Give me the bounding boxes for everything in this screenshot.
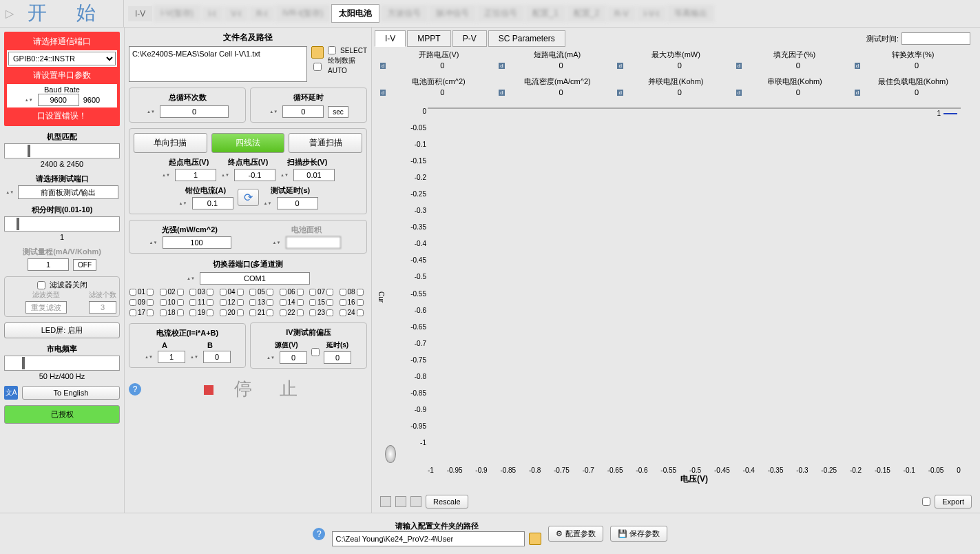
top-tab[interactable]: 配置_1: [525, 5, 565, 22]
channel-checkbox-2[interactable]: [357, 309, 364, 316]
comm-port-select[interactable]: GPIB0::24::INSTR: [8, 52, 116, 65]
mains-slider[interactable]: [4, 356, 120, 371]
channel-checkbox[interactable]: [280, 299, 286, 306]
clamp-i-input[interactable]: [192, 197, 233, 209]
channel-checkbox[interactable]: [220, 289, 227, 296]
channel-checkbox[interactable]: [249, 309, 256, 316]
channel-checkbox[interactable]: [249, 289, 256, 296]
spinner-icon[interactable]: ▲▼: [6, 186, 14, 198]
refresh-button[interactable]: ⟳: [238, 189, 259, 206]
channel-checkbox[interactable]: [160, 299, 167, 306]
channel-checkbox[interactable]: [249, 299, 256, 306]
spinner-icon[interactable]: ▲▼: [189, 351, 199, 363]
spinner-icon[interactable]: ▲▼: [146, 105, 156, 118]
baud-input[interactable]: [38, 94, 79, 106]
channel-checkbox[interactable]: [189, 289, 196, 296]
info-icon[interactable]: ?: [313, 528, 325, 540]
test-time-input[interactable]: [901, 32, 970, 45]
end-v-input[interactable]: [234, 169, 275, 181]
channel-checkbox[interactable]: [340, 299, 346, 306]
scan-single-button[interactable]: 单向扫描: [134, 133, 207, 153]
filter-count-input[interactable]: [89, 301, 116, 314]
channel-checkbox-2[interactable]: [326, 299, 333, 306]
channel-checkbox[interactable]: [340, 309, 346, 316]
filter-off-checkbox[interactable]: [37, 281, 45, 289]
spinner-icon[interactable]: ▲▼: [280, 169, 289, 181]
sub-tab[interactable]: I-V: [375, 30, 406, 47]
channel-checkbox-2[interactable]: [147, 289, 154, 296]
channel-checkbox[interactable]: [220, 299, 227, 306]
corr-a-input[interactable]: [158, 351, 185, 363]
channel-checkbox-2[interactable]: [267, 289, 273, 296]
top-tab[interactable]: I-t: [202, 6, 223, 21]
channel-checkbox[interactable]: [129, 309, 136, 316]
config-params-button[interactable]: ⚙ 配置参数: [548, 526, 603, 542]
channel-checkbox-2[interactable]: [147, 309, 154, 316]
channel-checkbox-2[interactable]: [207, 309, 213, 316]
bias-src-input[interactable]: [280, 351, 307, 364]
filter-type-input[interactable]: [25, 301, 67, 314]
export-button[interactable]: Export: [935, 495, 972, 509]
start-v-input[interactable]: [175, 169, 216, 181]
channel-checkbox-2[interactable]: [207, 289, 213, 296]
step-input[interactable]: [293, 169, 335, 181]
top-tab[interactable]: 方波信号: [381, 5, 428, 22]
bias-checkbox[interactable]: [311, 348, 320, 356]
total-loop-input[interactable]: [160, 105, 229, 118]
top-tab[interactable]: R-V: [607, 6, 636, 21]
model-slider[interactable]: [4, 143, 120, 158]
cursor-knob[interactable]: [385, 445, 396, 463]
channel-checkbox[interactable]: [160, 289, 167, 296]
channel-checkbox[interactable]: [309, 309, 316, 316]
corr-b-input[interactable]: [203, 351, 231, 363]
channel-checkbox-2[interactable]: [326, 309, 333, 316]
start-button[interactable]: 开 始: [0, 0, 124, 28]
intensity-input[interactable]: [163, 236, 231, 249]
test-port-select[interactable]: [18, 185, 118, 199]
channel-checkbox[interactable]: [189, 299, 196, 306]
top-tab[interactable]: 等高输出: [667, 5, 714, 22]
chart-tool-zoom-icon[interactable]: [395, 496, 406, 507]
info-icon[interactable]: ?: [129, 383, 141, 396]
channel-checkbox-2[interactable]: [177, 299, 184, 306]
channel-checkbox-2[interactable]: [297, 299, 304, 306]
spinner-icon[interactable]: ▲▼: [266, 351, 275, 364]
channel-checkbox[interactable]: [220, 309, 227, 316]
channel-checkbox[interactable]: [280, 289, 286, 296]
channel-checkbox[interactable]: [309, 289, 316, 296]
channel-checkbox[interactable]: [129, 299, 136, 306]
top-tab[interactable]: 配置_2: [567, 5, 606, 22]
channel-checkbox-2[interactable]: [237, 289, 244, 296]
loop-delay-input[interactable]: [282, 105, 324, 118]
auth-button[interactable]: 已授权: [4, 405, 120, 424]
channel-checkbox-2[interactable]: [357, 299, 364, 306]
scan-normal-button[interactable]: 普通扫描: [289, 133, 362, 153]
spinner-icon[interactable]: ▲▼: [220, 169, 230, 181]
auto-checkbox[interactable]: [313, 63, 322, 71]
channel-checkbox-2[interactable]: [177, 309, 184, 316]
config-path-input[interactable]: [332, 531, 525, 546]
top-tab[interactable]: 脉冲信号: [429, 5, 476, 22]
bias-delay-input[interactable]: [324, 351, 351, 364]
spinner-icon[interactable]: ▲▼: [186, 272, 196, 285]
cell-area-input[interactable]: [286, 236, 341, 249]
channel-checkbox[interactable]: [189, 309, 196, 316]
top-tab[interactable]: I-V-t: [637, 6, 666, 21]
language-button[interactable]: To English: [22, 386, 120, 400]
top-tab[interactable]: 太阳电池: [331, 4, 379, 23]
folder-icon[interactable]: [529, 533, 541, 545]
stop-button[interactable]: 停 止: [145, 374, 367, 404]
spinner-icon[interactable]: ▲▼: [178, 197, 188, 209]
channel-checkbox-2[interactable]: [297, 309, 304, 316]
led-button[interactable]: LED屏: 启用: [4, 322, 120, 338]
spinner-icon[interactable]: ▲▼: [161, 169, 171, 181]
channel-checkbox[interactable]: [280, 309, 286, 316]
spinner-icon[interactable]: ▲▼: [24, 94, 34, 106]
channel-checkbox[interactable]: [129, 289, 136, 296]
folder-icon[interactable]: [311, 46, 324, 59]
top-tab[interactable]: I-V(暂存): [154, 5, 200, 22]
spinner-icon[interactable]: ▲▼: [272, 236, 282, 249]
channel-checkbox-2[interactable]: [177, 289, 184, 296]
integ-slider[interactable]: [4, 216, 120, 232]
range-input[interactable]: [28, 258, 69, 271]
